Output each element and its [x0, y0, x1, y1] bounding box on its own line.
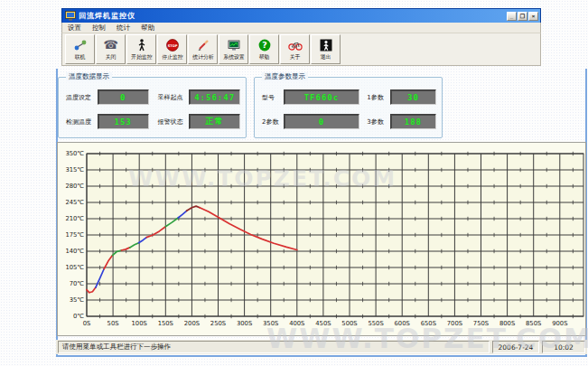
toolbar-label: 关于 [290, 53, 301, 61]
y-tick-label: 70℃ [70, 280, 85, 287]
x-tick-label: 100S [132, 320, 147, 327]
y-tick-label: 175℃ [65, 231, 84, 239]
toolbar-button-stat-analysis[interactable]: 统计分析 [188, 34, 218, 64]
panel-title: 温度数据显示 [66, 72, 112, 81]
menu-bar: 设置 控制 统计 帮助 [61, 23, 541, 33]
stop-sign-icon: STOP [166, 38, 179, 53]
window-border-bottom [56, 355, 587, 357]
temperature-data-panel: 温度数据显示 温度设定 0 采样起点 4:56:47 检测温度 153 报警状态… [58, 77, 247, 138]
x-tick-label: 450S [315, 320, 331, 327]
x-tick-label: 0S [83, 320, 91, 327]
temperature-chart: 0℃35℃70℃105℃140℃175℃210℃245℃280℃315℃350℃… [58, 143, 587, 337]
x-tick-label: 300S [237, 320, 252, 327]
temperature-params-panel: 温度参数显示 型号 TF660c 1参数 30 2参数 0 3参数 188 [254, 77, 443, 138]
x-tick-label: 800S [499, 320, 515, 327]
x-tick-label: 600S [395, 320, 410, 327]
y-tick-label: 315℃ [65, 166, 84, 174]
temperature-chart-panel: 0℃35℃70℃105℃140℃175℃210℃245℃280℃315℃350℃… [57, 142, 586, 336]
field-label-sample-start: 采样起点 [158, 93, 190, 102]
exit-door-icon [320, 38, 332, 53]
status-time: 10:02 [542, 341, 585, 353]
y-tick-label: 140℃ [65, 248, 84, 255]
led-display-param2: 0 [284, 114, 360, 129]
field-label-param3: 3参数 [367, 117, 390, 127]
toolbar-button-close[interactable]: ☎ 关闭 [96, 34, 126, 64]
y-tick-label: 105℃ [65, 264, 84, 271]
y-tick-label: 210℃ [65, 215, 84, 222]
x-tick-label: 50S [107, 320, 119, 327]
x-tick-label: 250S [210, 320, 226, 327]
y-tick-label: 35℃ [70, 296, 85, 304]
x-tick-label: 550S [368, 320, 383, 327]
status-date: 2006-7-24 [492, 341, 539, 353]
field-label-param2: 2参数 [262, 117, 284, 127]
bicycle-icon [288, 38, 303, 53]
y-tick-label: 280℃ [65, 183, 84, 190]
x-tick-label: 850S [526, 320, 541, 327]
toolbar-label: 退出 [321, 53, 331, 61]
writing-hand-icon [197, 38, 210, 53]
led-display-measured-temp: 153 [98, 114, 149, 129]
led-display-model: TF660c [284, 89, 360, 105]
led-display-param1: 30 [390, 89, 436, 105]
walking-person-icon [136, 38, 147, 53]
y-tick-label: 350℃ [65, 150, 84, 157]
status-message: 请使用菜单或工具栏进行下一步操作 [58, 341, 490, 353]
menu-item-statistics[interactable]: 统计 [111, 23, 135, 33]
window-title: 回流焊机监控仪 [79, 11, 506, 21]
y-tick-label: 245℃ [65, 199, 84, 206]
toolbar-label: 开始监控 [131, 53, 152, 61]
x-tick-label: 350S [263, 320, 278, 327]
connect-icon [73, 38, 88, 53]
toolbar-button-stop-monitor[interactable]: STOP 停止监控 [157, 34, 187, 64]
led-display-sample-start: 4:56:47 [189, 89, 240, 105]
monitor-icon [228, 38, 240, 53]
toolbar-button-help[interactable]: ? 帮助 [249, 34, 279, 64]
panel-row: 检测温度 153 报警状态 正常 [66, 114, 240, 129]
led-display-alarm-status: 正常 [189, 114, 240, 129]
app-icon [65, 11, 76, 21]
x-tick-label: 900S [552, 320, 567, 327]
status-bar: 请使用菜单或工具栏进行下一步操作 2006-7-24 10:02 [56, 340, 587, 354]
minimize-button[interactable]: _ [507, 12, 517, 21]
restore-button[interactable]: ❐ [518, 12, 527, 21]
x-tick-label: 750S [473, 320, 489, 327]
led-display-param3: 188 [390, 114, 436, 129]
x-tick-label: 200S [184, 320, 200, 327]
toolbar-label: 帮助 [259, 53, 270, 61]
menu-item-control[interactable]: 控制 [87, 23, 111, 33]
toolbar-label: 停止监控 [162, 53, 182, 61]
menu-item-help[interactable]: 帮助 [135, 23, 160, 33]
toolbar-label: 关闭 [106, 53, 117, 61]
x-tick-label: 150S [158, 320, 173, 327]
x-tick-label: 500S [341, 320, 357, 327]
x-tick-label: 400S [289, 320, 304, 327]
toolbar-button-exit[interactable]: 退出 [311, 34, 341, 64]
menu-item-settings[interactable]: 设置 [62, 23, 87, 33]
x-tick-label: 700S [447, 320, 462, 327]
toolbar: 联机 ☎ 关闭 开始监控 STOP 停止监控 统计分析 [61, 33, 541, 66]
x-tick-label: 650S [421, 320, 436, 327]
toolbar-button-about[interactable]: 关于 [280, 34, 310, 64]
panel-title: 温度参数显示 [262, 72, 308, 81]
panel-row: 温度设定 0 采样起点 4:56:47 [66, 89, 240, 105]
phone-icon: ☎ [103, 38, 117, 53]
field-label-model: 型号 [262, 93, 284, 102]
svg-text:?: ? [262, 40, 267, 50]
help-icon: ? [258, 38, 271, 53]
panel-row: 型号 TF660c 1参数 30 [262, 89, 436, 105]
toolbar-button-system-settings[interactable]: 系统设置 [219, 34, 248, 64]
field-label-measured-temp: 检测温度 [66, 117, 98, 127]
field-label-temp-setting: 温度设定 [66, 93, 98, 102]
screen: 回流焊机监控仪 _ ❐ × 设置 控制 统计 帮助 联机 ☎ 关闭 开始监控 [0, 0, 588, 366]
close-button[interactable]: × [528, 12, 538, 21]
toolbar-button-connect[interactable]: 联机 [65, 34, 95, 64]
field-label-param1: 1参数 [367, 93, 390, 102]
panel-row: 2参数 0 3参数 188 [262, 114, 436, 129]
led-display-temp-setting: 0 [98, 89, 149, 105]
field-label-alarm-status: 报警状态 [158, 117, 190, 127]
toolbar-label: 系统设置 [223, 53, 244, 61]
toolbar-label: 统计分析 [192, 53, 213, 61]
toolbar-button-start-monitor[interactable]: 开始监控 [126, 34, 156, 64]
title-bar: 回流焊机监控仪 _ ❐ × [61, 8, 541, 23]
